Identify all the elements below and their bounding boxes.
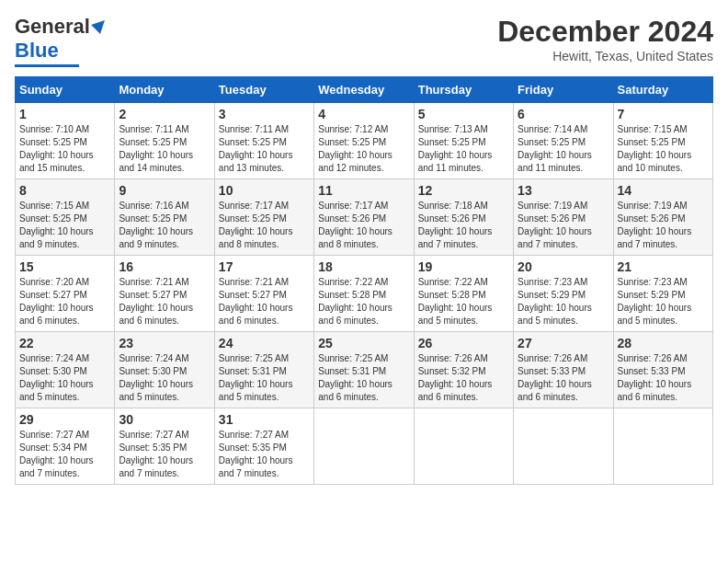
calendar-cell: [314, 408, 414, 485]
day-number: 14: [618, 183, 709, 198]
calendar-cell: 8 Sunrise: 7:15 AM Sunset: 5:25 PM Dayli…: [16, 179, 115, 256]
day-info: Sunrise: 7:19 AM Sunset: 5:26 PM Dayligh…: [518, 200, 609, 251]
calendar-cell: 6 Sunrise: 7:14 AM Sunset: 5:25 PM Dayli…: [514, 103, 613, 179]
day-info: Sunrise: 7:14 AM Sunset: 5:25 PM Dayligh…: [518, 123, 609, 175]
calendar-cell: 20 Sunrise: 7:23 AM Sunset: 5:29 PM Dayl…: [514, 256, 613, 332]
calendar-week-4: 22 Sunrise: 7:24 AM Sunset: 5:30 PM Dayl…: [16, 332, 713, 408]
day-number: 5: [418, 107, 509, 121]
day-info: Sunrise: 7:27 AM Sunset: 5:35 PM Dayligh…: [219, 429, 310, 480]
day-info: Sunrise: 7:15 AM Sunset: 5:25 PM Dayligh…: [618, 123, 709, 175]
calendar-cell: 18 Sunrise: 7:22 AM Sunset: 5:28 PM Dayl…: [314, 256, 414, 332]
day-info: Sunrise: 7:24 AM Sunset: 5:30 PM Dayligh…: [19, 352, 110, 404]
day-number: 20: [518, 259, 609, 274]
day-info: Sunrise: 7:20 AM Sunset: 5:27 PM Dayligh…: [19, 276, 110, 327]
calendar-week-2: 8 Sunrise: 7:15 AM Sunset: 5:25 PM Dayli…: [16, 179, 713, 256]
day-info: Sunrise: 7:11 AM Sunset: 5:25 PM Dayligh…: [219, 123, 310, 175]
day-number: 26: [418, 336, 509, 350]
day-info: Sunrise: 7:26 AM Sunset: 5:33 PM Dayligh…: [618, 352, 709, 404]
day-info: Sunrise: 7:15 AM Sunset: 5:25 PM Dayligh…: [19, 200, 110, 251]
logo-underline: [15, 64, 79, 67]
logo: General Blue: [15, 15, 107, 67]
day-info: Sunrise: 7:27 AM Sunset: 5:34 PM Dayligh…: [19, 429, 110, 480]
calendar-cell: 1 Sunrise: 7:10 AM Sunset: 5:25 PM Dayli…: [16, 103, 115, 179]
day-number: 2: [119, 107, 210, 121]
day-number: 24: [219, 336, 310, 350]
calendar-cell: 27 Sunrise: 7:26 AM Sunset: 5:33 PM Dayl…: [514, 332, 613, 408]
day-number: 17: [219, 259, 310, 274]
calendar-cell: 21 Sunrise: 7:23 AM Sunset: 5:29 PM Dayl…: [613, 256, 712, 332]
logo-general: General: [15, 15, 90, 39]
calendar-header-monday: Monday: [115, 77, 214, 103]
location: Hewitt, Texas, United States: [497, 49, 713, 63]
calendar-header-row: SundayMondayTuesdayWednesdayThursdayFrid…: [16, 77, 713, 103]
calendar-cell: 10 Sunrise: 7:17 AM Sunset: 5:25 PM Dayl…: [214, 179, 313, 256]
day-info: Sunrise: 7:19 AM Sunset: 5:26 PM Dayligh…: [618, 200, 709, 251]
day-number: 3: [219, 107, 310, 121]
calendar-cell: 15 Sunrise: 7:20 AM Sunset: 5:27 PM Dayl…: [16, 256, 115, 332]
calendar-cell: [414, 408, 513, 485]
day-number: 6: [518, 107, 609, 121]
day-info: Sunrise: 7:23 AM Sunset: 5:29 PM Dayligh…: [618, 276, 709, 327]
calendar-cell: 12 Sunrise: 7:18 AM Sunset: 5:26 PM Dayl…: [414, 179, 513, 256]
day-number: 19: [418, 259, 509, 274]
day-info: Sunrise: 7:22 AM Sunset: 5:28 PM Dayligh…: [418, 276, 509, 327]
calendar-cell: 16 Sunrise: 7:21 AM Sunset: 5:27 PM Dayl…: [115, 256, 214, 332]
calendar-cell: 14 Sunrise: 7:19 AM Sunset: 5:26 PM Dayl…: [613, 179, 712, 256]
calendar-cell: 23 Sunrise: 7:24 AM Sunset: 5:30 PM Dayl…: [115, 332, 214, 408]
day-info: Sunrise: 7:11 AM Sunset: 5:25 PM Dayligh…: [119, 123, 210, 175]
calendar-cell: 30 Sunrise: 7:27 AM Sunset: 5:35 PM Dayl…: [115, 408, 214, 485]
day-info: Sunrise: 7:26 AM Sunset: 5:32 PM Dayligh…: [418, 352, 509, 404]
calendar-cell: 9 Sunrise: 7:16 AM Sunset: 5:25 PM Dayli…: [115, 179, 214, 256]
day-number: 22: [19, 336, 110, 350]
calendar-header-saturday: Saturday: [613, 77, 712, 103]
calendar-header-wednesday: Wednesday: [314, 77, 414, 103]
day-info: Sunrise: 7:10 AM Sunset: 5:25 PM Dayligh…: [19, 123, 110, 175]
calendar-table: SundayMondayTuesdayWednesdayThursdayFrid…: [15, 76, 713, 485]
calendar-cell: 31 Sunrise: 7:27 AM Sunset: 5:35 PM Dayl…: [214, 408, 313, 485]
month-title: December 2024: [497, 15, 713, 49]
calendar-cell: 13 Sunrise: 7:19 AM Sunset: 5:26 PM Dayl…: [514, 179, 613, 256]
calendar-cell: 26 Sunrise: 7:26 AM Sunset: 5:32 PM Dayl…: [414, 332, 513, 408]
day-info: Sunrise: 7:21 AM Sunset: 5:27 PM Dayligh…: [219, 276, 310, 327]
day-info: Sunrise: 7:27 AM Sunset: 5:35 PM Dayligh…: [119, 429, 210, 480]
logo-blue: Blue: [15, 39, 59, 63]
day-number: 31: [219, 412, 310, 427]
day-info: Sunrise: 7:25 AM Sunset: 5:31 PM Dayligh…: [318, 352, 409, 404]
calendar-cell: 4 Sunrise: 7:12 AM Sunset: 5:25 PM Dayli…: [314, 103, 414, 179]
day-number: 1: [19, 107, 110, 121]
day-info: Sunrise: 7:12 AM Sunset: 5:25 PM Dayligh…: [318, 123, 409, 175]
day-info: Sunrise: 7:21 AM Sunset: 5:27 PM Dayligh…: [119, 276, 210, 327]
calendar-header-sunday: Sunday: [16, 77, 115, 103]
day-number: 28: [618, 336, 709, 350]
day-number: 4: [318, 107, 409, 121]
logo-arrow-icon: [91, 16, 109, 34]
day-info: Sunrise: 7:17 AM Sunset: 5:26 PM Dayligh…: [318, 200, 409, 251]
calendar-cell: 3 Sunrise: 7:11 AM Sunset: 5:25 PM Dayli…: [214, 103, 313, 179]
day-number: 7: [618, 107, 709, 121]
calendar-cell: [613, 408, 712, 485]
day-number: 23: [119, 336, 210, 350]
day-info: Sunrise: 7:26 AM Sunset: 5:33 PM Dayligh…: [518, 352, 609, 404]
calendar-cell: 11 Sunrise: 7:17 AM Sunset: 5:26 PM Dayl…: [314, 179, 414, 256]
day-info: Sunrise: 7:23 AM Sunset: 5:29 PM Dayligh…: [518, 276, 609, 327]
header: General Blue December 2024 Hewitt, Texas…: [15, 15, 713, 67]
calendar-week-5: 29 Sunrise: 7:27 AM Sunset: 5:34 PM Dayl…: [16, 408, 713, 485]
day-number: 25: [318, 336, 409, 350]
calendar-header-friday: Friday: [514, 77, 613, 103]
calendar-header-tuesday: Tuesday: [214, 77, 313, 103]
day-number: 10: [219, 183, 310, 198]
calendar-week-3: 15 Sunrise: 7:20 AM Sunset: 5:27 PM Dayl…: [16, 256, 713, 332]
calendar-cell: 24 Sunrise: 7:25 AM Sunset: 5:31 PM Dayl…: [214, 332, 313, 408]
calendar-cell: 22 Sunrise: 7:24 AM Sunset: 5:30 PM Dayl…: [16, 332, 115, 408]
day-info: Sunrise: 7:17 AM Sunset: 5:25 PM Dayligh…: [219, 200, 310, 251]
day-info: Sunrise: 7:18 AM Sunset: 5:26 PM Dayligh…: [418, 200, 509, 251]
day-number: 9: [119, 183, 210, 198]
day-number: 13: [518, 183, 609, 198]
calendar-header-thursday: Thursday: [414, 77, 513, 103]
calendar-cell: 2 Sunrise: 7:11 AM Sunset: 5:25 PM Dayli…: [115, 103, 214, 179]
calendar-cell: 28 Sunrise: 7:26 AM Sunset: 5:33 PM Dayl…: [613, 332, 712, 408]
calendar-cell: 25 Sunrise: 7:25 AM Sunset: 5:31 PM Dayl…: [314, 332, 414, 408]
calendar-cell: 29 Sunrise: 7:27 AM Sunset: 5:34 PM Dayl…: [16, 408, 115, 485]
day-number: 27: [518, 336, 609, 350]
calendar-cell: 19 Sunrise: 7:22 AM Sunset: 5:28 PM Dayl…: [414, 256, 513, 332]
